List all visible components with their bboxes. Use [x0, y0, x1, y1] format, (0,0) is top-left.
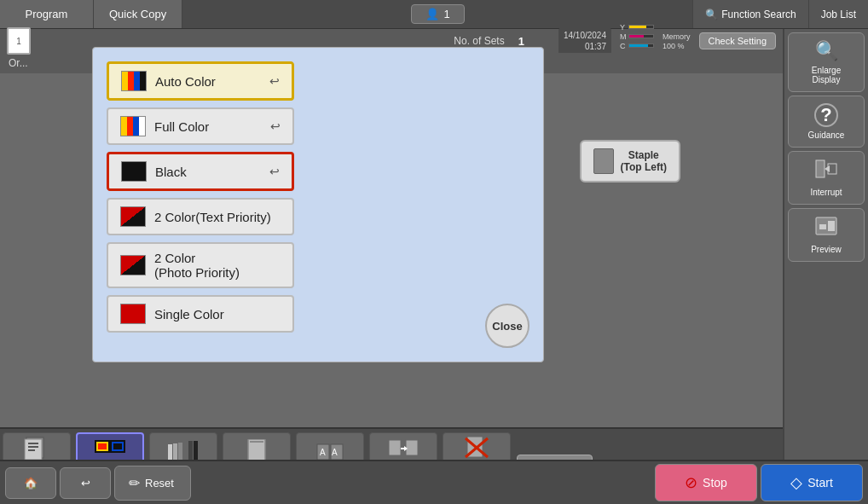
quick-copy-button[interactable]: Quick Copy — [94, 0, 182, 28]
svg-rect-2 — [28, 443, 38, 444]
staple-indicator: Staple(Top Left) — [580, 140, 680, 182]
sets-label: No. of Sets — [454, 35, 504, 47]
2color-text-swatch — [120, 206, 146, 227]
start-button[interactable]: ◇ Start — [761, 464, 863, 501]
program-button[interactable]: Program — [0, 0, 94, 28]
stop-label: Stop — [703, 476, 727, 490]
svg-rect-23 — [389, 440, 401, 455]
svg-rect-35 — [828, 221, 835, 231]
home-icon: 🏠 — [24, 477, 38, 490]
time-display: 01:37 — [564, 41, 606, 52]
top-bar-center: 👤 1 — [182, 0, 692, 28]
login-button[interactable]: ↩ — [60, 467, 111, 499]
check-setting-button[interactable]: Check Setting — [699, 32, 776, 49]
user-icon: 👤 — [425, 8, 439, 20]
ink-c-label: C — [620, 42, 627, 50]
svg-rect-34 — [819, 224, 826, 229]
memory-label: Memory — [663, 32, 691, 41]
user-count: 1 — [444, 8, 450, 20]
auto-color-swatch — [121, 71, 147, 91]
svg-rect-10 — [113, 443, 122, 449]
login-icon: ↩ — [81, 477, 90, 490]
2color-photo-option[interactable]: 2 Color(Photo Priority) — [107, 242, 294, 288]
svg-rect-15 — [188, 441, 193, 461]
auto-color-option[interactable]: Auto Color ↩ — [107, 61, 294, 101]
svg-rect-30 — [816, 160, 825, 177]
document-icon: 1 — [7, 27, 31, 55]
ink-m-label: M — [620, 32, 627, 41]
original-type-icon — [23, 436, 50, 462]
svg-text:A: A — [320, 448, 326, 457]
svg-rect-18 — [250, 441, 263, 443]
memory-zoom-block: Memory 100 % — [663, 32, 691, 50]
2color-photo-swatch — [120, 255, 146, 275]
action-bar: 🏠 ↩ ✏ Reset ⊘ Stop ◇ Start — [0, 460, 868, 504]
guidance-label: Guidance — [808, 130, 845, 140]
svg-text:A: A — [332, 448, 338, 457]
single-color-label: Single Color — [154, 307, 224, 322]
ink-y-bar — [628, 25, 654, 29]
preview-button[interactable]: Preview — [788, 208, 865, 262]
svg-rect-16 — [194, 441, 198, 461]
preview-label: Preview — [811, 245, 842, 254]
sets-value: 1 — [518, 35, 524, 48]
start-label: Start — [807, 476, 833, 490]
preview-icon — [814, 216, 838, 241]
ink-c-bar — [628, 43, 654, 48]
enlarge-display-button[interactable]: 🔍 EnlargeDisplay — [788, 32, 865, 92]
full-color-swatch — [120, 116, 146, 136]
auto-color-label: Auto Color — [155, 74, 216, 89]
reset-button[interactable]: ✏ Reset — [114, 466, 191, 501]
interrupt-button[interactable]: Interrupt — [788, 151, 865, 205]
reset-label: Reset — [145, 477, 174, 490]
svg-rect-3 — [28, 446, 38, 448]
user-indicator: 👤 1 — [411, 4, 465, 24]
start-icon: ◇ — [790, 473, 802, 492]
ink-c-row: C — [620, 42, 654, 50]
question-icon: ? — [814, 103, 838, 127]
ink-y-label: Y — [620, 23, 627, 32]
ink-m-row: M — [620, 32, 654, 41]
black-label: Black — [155, 165, 187, 179]
search-icon: 🔍 — [705, 9, 718, 20]
original-label: Or... — [9, 57, 28, 69]
svg-marker-32 — [825, 165, 830, 172]
interrupt-icon — [814, 159, 838, 184]
svg-rect-24 — [406, 440, 418, 455]
function-search-button[interactable]: 🔍 Function Search — [692, 0, 807, 28]
black-option[interactable]: Black ↩ — [107, 152, 294, 191]
date-display: 14/10/2024 — [564, 30, 606, 41]
top-bar-right: 🔍 Function Search Job List — [692, 0, 868, 28]
svg-rect-8 — [98, 443, 107, 449]
black-arrow: ↩ — [269, 165, 280, 178]
svg-rect-13 — [178, 443, 182, 461]
reset-icon: ✏ — [129, 475, 140, 491]
home-button[interactable]: 🏠 — [5, 467, 56, 499]
right-sidebar: 🔍 EnlargeDisplay ? Guidance Interrupt Pr… — [783, 29, 868, 504]
enlarge-display-label: EnlargeDisplay — [812, 66, 841, 84]
guidance-button[interactable]: ? Guidance — [788, 96, 865, 148]
auto-color-arrow: ↩ — [269, 74, 280, 88]
magnify-icon: 🔍 — [815, 40, 838, 62]
svg-rect-14 — [183, 442, 188, 461]
2color-photo-label: 2 Color(Photo Priority) — [154, 251, 240, 280]
doc-page-number: 1 — [16, 37, 21, 46]
staple-label: Staple(Top Left) — [621, 149, 667, 173]
staple-icon — [593, 148, 614, 174]
date-time-block: 14/10/2024 01:37 — [558, 28, 611, 54]
close-button[interactable]: Close — [485, 304, 529, 348]
top-bar: Program Quick Copy 👤 1 🔍 Function Search… — [0, 0, 868, 29]
stop-button[interactable]: ⊘ Stop — [655, 464, 757, 501]
ink-m-bar — [628, 34, 654, 38]
single-color-option[interactable]: Single Color — [107, 295, 294, 333]
svg-rect-12 — [173, 443, 177, 461]
ink-y-row: Y — [620, 23, 654, 32]
job-list-button[interactable]: Job List — [808, 0, 868, 28]
2color-text-option[interactable]: 2 Color(Text Priority) — [107, 198, 294, 235]
full-color-arrow: ↩ — [270, 119, 281, 133]
black-swatch — [121, 161, 147, 182]
svg-rect-4 — [28, 449, 35, 451]
svg-rect-11 — [168, 444, 172, 461]
full-color-label: Full Color — [154, 119, 209, 134]
full-color-option[interactable]: Full Color ↩ — [107, 107, 294, 145]
